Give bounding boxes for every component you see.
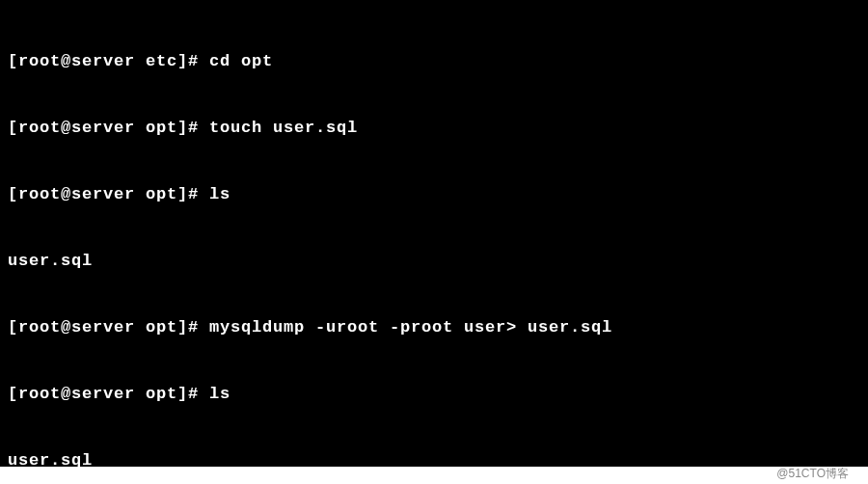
watermark-text: @51CTO博客 <box>776 466 849 482</box>
terminal-line: [root@server opt]# ls <box>8 383 860 405</box>
terminal-window[interactable]: [root@server etc]# cd opt [root@server o… <box>0 0 868 467</box>
terminal-line: user.sql <box>8 449 860 467</box>
terminal-line: [root@server opt]# touch user.sql <box>8 117 860 139</box>
terminal-line: [root@server opt]# ls <box>8 183 860 205</box>
terminal-line: [root@server opt]# mysqldump -uroot -pro… <box>8 316 860 338</box>
terminal-line: user.sql <box>8 250 860 272</box>
terminal-line: [root@server etc]# cd opt <box>8 50 860 72</box>
